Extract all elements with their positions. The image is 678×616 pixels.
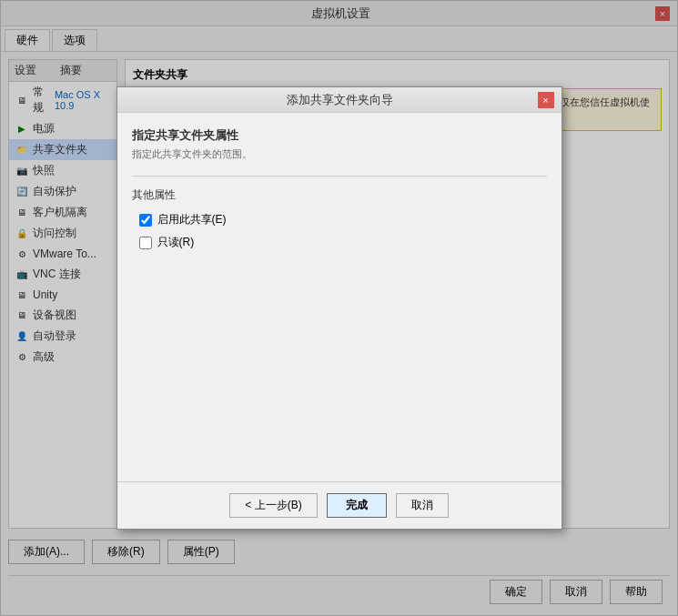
dialog-group-title: 其他属性 — [132, 187, 547, 203]
enable-checkbox-row[interactable]: 启用此共享(E) — [132, 212, 547, 227]
readonly-checkbox[interactable] — [139, 237, 152, 249]
finish-button[interactable]: 完成 — [327, 493, 387, 518]
main-window: 虚拟机设置 × 硬件 选项 设置 摘要 🖥 常规 Mac — [0, 0, 678, 616]
enable-checkbox[interactable] — [139, 214, 152, 227]
dialog-section-subtitle: 指定此共享文件夹的范围。 — [132, 147, 547, 161]
dialog-cancel-button[interactable]: 取消 — [396, 493, 449, 518]
readonly-checkbox-label: 只读(R) — [157, 235, 195, 250]
add-shared-folder-dialog: 添加共享文件夹向导 × 指定共享文件夹属性 指定此共享文件夹的范围。 其他属性 … — [116, 86, 562, 530]
dialog-close-button[interactable]: × — [538, 92, 554, 108]
back-button[interactable]: < 上一步(B) — [229, 493, 317, 518]
enable-checkbox-label: 启用此共享(E) — [157, 212, 227, 227]
dialog-overlay: 添加共享文件夹向导 × 指定共享文件夹属性 指定此共享文件夹的范围。 其他属性 … — [1, 1, 677, 615]
dialog-body: 指定共享文件夹属性 指定此共享文件夹的范围。 其他属性 启用此共享(E) 只读(… — [117, 113, 562, 481]
dialog-section-title: 指定共享文件夹属性 — [132, 127, 547, 144]
dialog-footer: < 上一步(B) 完成 取消 — [117, 481, 562, 529]
dialog-title-bar: 添加共享文件夹向导 × — [117, 87, 562, 113]
dialog-divider — [132, 176, 547, 177]
dialog-title: 添加共享文件夹向导 — [143, 92, 538, 108]
readonly-checkbox-row[interactable]: 只读(R) — [132, 235, 547, 250]
dialog-content-area: 启用此共享(E) 只读(R) — [132, 212, 547, 467]
